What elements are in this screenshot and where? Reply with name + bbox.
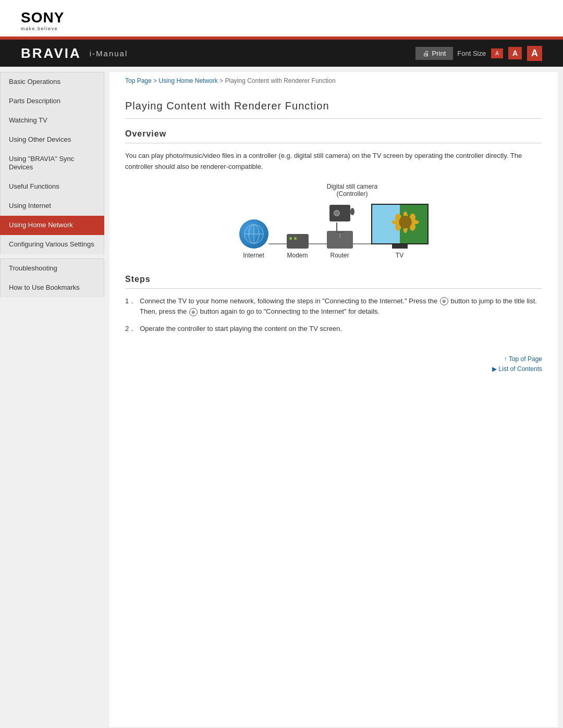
breadcrumb-sep2: > (218, 77, 225, 84)
tv-screen (371, 204, 429, 244)
camera-group (329, 205, 350, 238)
font-large-button[interactable]: A (527, 46, 542, 61)
font-medium-button[interactable]: A (508, 47, 522, 59)
list-of-contents-label: List of Contents (499, 365, 542, 373)
sidebar-item-watching-tv[interactable]: Watching TV (0, 111, 104, 130)
sidebar-item-how-to-use-bookmarks[interactable]: How to Use Bookmarks (0, 278, 104, 298)
camera-to-router-line (339, 233, 340, 238)
overview-text: You can play photo/music/video files in … (125, 151, 542, 172)
steps-heading: Steps (125, 275, 542, 289)
step-circle-icon-2: ⊕ (189, 308, 198, 316)
sony-tagline: make.believe (21, 26, 58, 31)
print-button[interactable]: 🖨 Print (415, 47, 454, 60)
header-controls: 🖨 Print Font Size A A A (415, 46, 542, 61)
sidebar-item-troubleshooting[interactable]: Troubleshooting (0, 258, 104, 278)
step-1: 1． Connect the TV to your home network, … (125, 296, 542, 318)
sidebar-item-basic-operations[interactable]: Basic Operations (0, 72, 104, 92)
top-of-page-label: Top of Page (509, 355, 542, 363)
tv-stand (392, 244, 408, 249)
line-modem-router (309, 243, 327, 244)
top-of-page-link[interactable]: ↑ Top of Page (504, 355, 542, 363)
sidebar-item-using-bravia-sync[interactable]: Using "BRAVIA" Sync Devices (0, 150, 104, 178)
breadcrumb: Top Page > Using Home Network > Playing … (125, 72, 542, 90)
sidebar-item-using-other-devices[interactable]: Using Other Devices (0, 130, 104, 150)
sidebar: Basic Operations Parts Description Watch… (0, 67, 104, 728)
globe-icon (239, 219, 268, 249)
camera-label-line1: Digital still camera (327, 183, 377, 190)
diagram-wrapper: Digital still camera (Controller) (125, 183, 542, 259)
diagram-router-group: Router (327, 231, 353, 259)
sidebar-item-parts-description[interactable]: Parts Description (0, 92, 104, 111)
breadcrumb-top-page[interactable]: Top Page (125, 77, 152, 84)
font-small-button[interactable]: A (491, 48, 503, 58)
line-internet-modem (268, 243, 287, 244)
print-label: Print (432, 50, 446, 57)
steps-section: Steps 1． Connect the TV to your home net… (125, 275, 542, 335)
bravia-logo: BRAVIA (21, 45, 81, 61)
step-circle-icon-1: ⊕ (440, 297, 448, 305)
diagram-modem: Modem (287, 234, 309, 259)
camera-body (329, 205, 350, 221)
step-2-num: 2． (125, 324, 136, 335)
sidebar-item-useful-functions[interactable]: Useful Functions (0, 177, 104, 196)
overview-heading: Overview (125, 129, 542, 143)
sidebar-divider (0, 254, 104, 258)
content-area: Top Page > Using Home Network > Playing … (109, 72, 558, 727)
top-bar: SONY make.believe (0, 0, 563, 36)
modem-label: Modem (287, 252, 308, 259)
router-label: Router (330, 252, 349, 259)
internet-label: Internet (243, 252, 264, 259)
breadcrumb-sep1: > (152, 77, 159, 84)
diagram-items-row: Internet Modem (239, 204, 429, 259)
sidebar-item-configuring-various[interactable]: Configuring Various Settings (0, 235, 104, 254)
main-layout: Basic Operations Parts Description Watch… (0, 67, 563, 728)
list-of-contents-link[interactable]: ▶ List of Contents (492, 365, 542, 373)
bravia-section: BRAVIA i-Manual (21, 45, 128, 61)
breadcrumb-using-home-network[interactable]: Using Home Network (158, 77, 217, 84)
hand-pointer (336, 223, 344, 233)
tv-label: TV (396, 252, 403, 259)
sidebar-item-using-home-network[interactable]: Using Home Network (0, 216, 104, 235)
diagram-area: Digital still camera (Controller) (125, 183, 542, 259)
print-icon: 🖨 (423, 50, 430, 57)
page-title: Playing Content with Renderer Function (125, 95, 542, 119)
camera-label-line2: (Controller) (327, 190, 377, 198)
sony-logo: SONY make.believe (21, 9, 64, 31)
up-arrow-icon: ↑ (504, 355, 509, 363)
diagram-tv: TV (371, 204, 429, 259)
sunflower-image (372, 205, 427, 243)
step-2-text: Operate the controller to start playing … (140, 324, 342, 335)
font-size-label: Font Size (457, 50, 486, 57)
right-arrow-icon: ▶ (492, 365, 498, 373)
step-1-num: 1． (125, 296, 136, 318)
step-2: 2． Operate the controller to start playi… (125, 324, 542, 335)
sidebar-item-using-internet[interactable]: Using Internet (0, 196, 104, 216)
i-manual-label: i-Manual (90, 49, 128, 58)
sony-text: SONY (21, 9, 64, 26)
breadcrumb-current: Playing Content with Renderer Function (225, 77, 335, 84)
step-1-text: Connect the TV to your home network, fol… (140, 296, 542, 318)
camera-label: Digital still camera (Controller) (327, 183, 377, 198)
line-router-tv (353, 243, 371, 244)
header-bar: BRAVIA i-Manual 🖨 Print Font Size A A A (0, 40, 563, 67)
footer-links: ↑ Top of Page ▶ List of Contents (125, 355, 542, 373)
diagram-internet: Internet (239, 219, 268, 259)
